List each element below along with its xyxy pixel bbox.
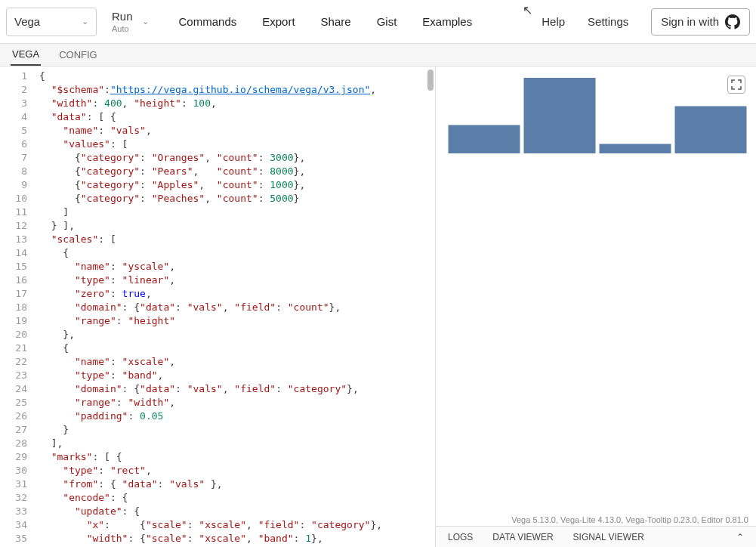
- right-menu: Help Settings Sign in with: [542, 8, 750, 36]
- scrollbar-thumb[interactable]: [427, 70, 434, 91]
- visualization-pane: Vega 5.13.0, Vega-Lite 4.13.0, Vega-Tool…: [436, 66, 756, 547]
- chart-container: [436, 66, 756, 526]
- menu-gist[interactable]: Gist: [377, 15, 397, 28]
- editor-tabs: VEGA CONFIG: [0, 44, 756, 66]
- bar-chart: [446, 74, 748, 157]
- chevron-up-icon[interactable]: ⌃: [736, 532, 744, 542]
- run-label: Run: [112, 10, 133, 23]
- mode-label: Vega: [14, 15, 40, 28]
- toolbar: Vega ⌄ Run Auto ⌄ Commands Export Share …: [0, 0, 756, 44]
- tab-config[interactable]: CONFIG: [57, 45, 99, 65]
- chevron-down-icon: ⌄: [82, 17, 88, 26]
- fullscreen-icon: [731, 79, 742, 90]
- svg-rect-2: [600, 144, 671, 154]
- svg-rect-0: [449, 125, 520, 154]
- fullscreen-button[interactable]: [727, 76, 745, 94]
- svg-rect-3: [675, 107, 747, 154]
- menu-export[interactable]: Export: [262, 15, 295, 28]
- signin-button[interactable]: Sign in with: [651, 8, 750, 36]
- tab-logs[interactable]: LOGS: [448, 532, 473, 542]
- run-button[interactable]: Run Auto ⌄: [103, 7, 158, 36]
- run-mode-label: Auto: [112, 24, 129, 33]
- version-label: Vega 5.13.0, Vega-Lite 4.13.0, Vega-Tool…: [511, 515, 748, 524]
- tab-vega[interactable]: VEGA: [11, 44, 41, 66]
- mode-select[interactable]: Vega ⌄: [6, 8, 97, 36]
- menu-commands[interactable]: Commands: [179, 15, 237, 28]
- menu-help[interactable]: Help: [542, 15, 565, 28]
- github-icon: [725, 14, 740, 29]
- menu-examples[interactable]: Examples: [422, 15, 472, 28]
- line-gutter: 1234567891011121314151617181920212223242…: [0, 66, 35, 547]
- editor-pane[interactable]: 1234567891011121314151617181920212223242…: [0, 66, 436, 547]
- chevron-down-icon: ⌄: [142, 17, 149, 26]
- menu-share[interactable]: Share: [321, 15, 351, 28]
- code-editor[interactable]: { "$schema":"https://vega.github.io/sche…: [35, 66, 435, 547]
- tab-data-viewer[interactable]: DATA VIEWER: [492, 532, 553, 542]
- tab-signal-viewer[interactable]: SIGNAL VIEWER: [573, 532, 644, 542]
- svg-rect-1: [524, 78, 596, 153]
- signin-label: Sign in with: [661, 15, 719, 28]
- menu: Commands Export Share Gist Examples: [179, 15, 473, 28]
- debug-tabs: LOGS DATA VIEWER SIGNAL VIEWER ⌃: [436, 526, 756, 547]
- menu-settings[interactable]: Settings: [588, 15, 628, 28]
